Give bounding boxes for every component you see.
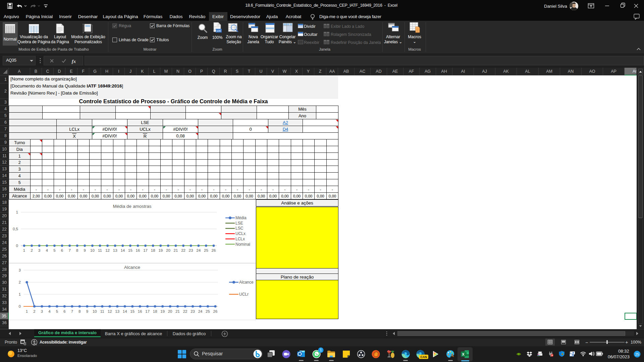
svg-text:LSC: LSC: [235, 226, 244, 231]
svg-text:14: 14: [123, 309, 127, 313]
svg-text:100: 100: [216, 29, 221, 33]
svg-text:13: 13: [113, 248, 117, 252]
svg-text:7: 7: [68, 248, 70, 252]
svg-text:0: 0: [19, 304, 21, 308]
svg-text:9: 9: [86, 309, 88, 313]
svg-text:23: 23: [191, 309, 195, 313]
svg-text:fx: fx: [72, 59, 76, 64]
svg-text:Média de amostras: Média de amostras: [113, 204, 152, 209]
svg-text:LSE: LSE: [235, 221, 243, 226]
svg-text:1: 1: [16, 210, 18, 214]
svg-text:6: 6: [61, 248, 63, 252]
svg-text:16: 16: [136, 248, 140, 252]
svg-text:0,5: 0,5: [13, 227, 18, 231]
svg-text:Média: Média: [235, 216, 247, 220]
svg-text:0: 0: [16, 244, 18, 248]
svg-text:19: 19: [160, 309, 165, 313]
svg-text:LCLx: LCLx: [235, 237, 245, 241]
svg-text:8: 8: [78, 309, 80, 313]
svg-text:12: 12: [108, 309, 112, 313]
svg-text:3: 3: [19, 268, 21, 272]
svg-text:23: 23: [189, 248, 193, 252]
svg-text:4: 4: [46, 248, 48, 252]
svg-text:24: 24: [198, 309, 203, 313]
svg-text:11: 11: [98, 248, 102, 252]
svg-text:9: 9: [84, 248, 86, 252]
svg-text:8: 8: [76, 248, 78, 252]
svg-text:1: 1: [320, 348, 322, 352]
svg-text:1: 1: [26, 309, 28, 313]
svg-text:1: 1: [19, 292, 21, 296]
svg-text:24: 24: [196, 248, 201, 252]
svg-text:12: 12: [105, 248, 110, 252]
svg-text:4: 4: [48, 309, 51, 313]
svg-text:18: 18: [153, 309, 157, 313]
svg-text:26: 26: [212, 248, 216, 252]
svg-text:Alcance: Alcance: [239, 280, 254, 285]
svg-text:20: 20: [166, 248, 170, 252]
svg-text:Alcance: Alcance: [124, 265, 140, 270]
svg-text:22: 22: [181, 248, 185, 252]
svg-text:13: 13: [115, 309, 119, 313]
svg-text:26: 26: [213, 309, 218, 313]
svg-text:10: 10: [90, 248, 95, 252]
svg-text:20: 20: [168, 309, 172, 313]
svg-text:UCLx: UCLx: [235, 231, 246, 236]
svg-text:1: 1: [23, 248, 25, 252]
svg-text:15: 15: [130, 309, 135, 313]
svg-text:X: X: [462, 352, 465, 356]
svg-text:14: 14: [120, 248, 125, 252]
svg-text:17: 17: [145, 309, 150, 313]
svg-text:22: 22: [183, 309, 187, 313]
svg-text:2: 2: [31, 248, 33, 252]
svg-text:2: 2: [19, 280, 21, 284]
svg-text:15: 15: [128, 248, 132, 252]
svg-text:25: 25: [635, 352, 639, 356]
svg-text:11: 11: [100, 309, 104, 313]
svg-text:3: 3: [41, 309, 43, 313]
svg-text:10: 10: [93, 309, 97, 313]
svg-text:5: 5: [56, 309, 58, 313]
svg-text:21: 21: [175, 309, 180, 313]
svg-text:25: 25: [204, 248, 208, 252]
svg-text:18: 18: [151, 248, 155, 252]
svg-text:19: 19: [158, 248, 163, 252]
svg-text:3: 3: [38, 248, 40, 252]
svg-text:6: 6: [63, 309, 65, 313]
svg-text:5: 5: [53, 248, 55, 252]
svg-text:17: 17: [143, 248, 148, 252]
svg-text:16: 16: [138, 309, 142, 313]
svg-text:7: 7: [71, 309, 73, 313]
svg-text:25: 25: [206, 309, 210, 313]
svg-text:UCLr: UCLr: [239, 292, 249, 297]
svg-text:Nominal: Nominal: [235, 242, 250, 247]
svg-text:2: 2: [33, 309, 35, 313]
svg-text:21: 21: [174, 248, 178, 252]
